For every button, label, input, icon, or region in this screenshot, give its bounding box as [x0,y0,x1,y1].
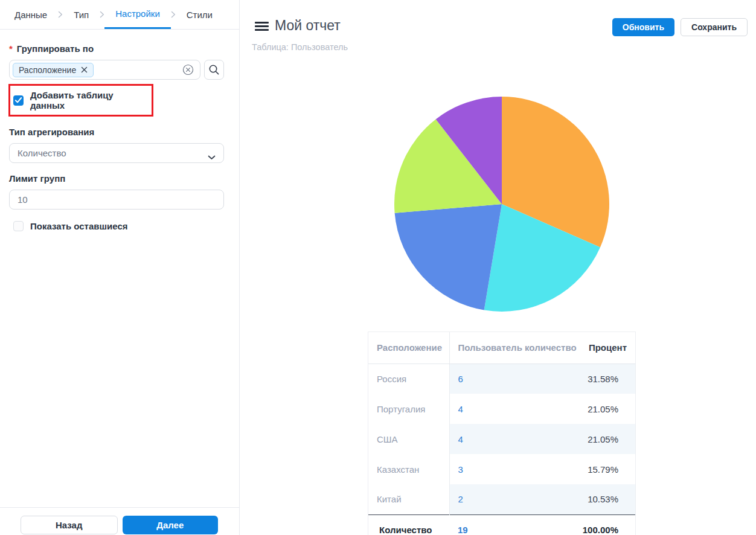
breadcrumb-item-1[interactable]: Данные [4,0,58,29]
report-subtitle: Таблица: Пользователь [252,42,348,52]
chip-remove-icon[interactable] [81,66,88,73]
group-by-field-row: Расположение [9,60,224,80]
add-data-table-checkbox[interactable] [13,95,24,106]
percent-cell: 10.53% [581,484,635,514]
location-cell: Португалия [368,394,449,424]
table-row: Россия631.58% [368,364,635,394]
table-row: Казахстан315.79% [368,454,635,484]
chip-label: Расположение [19,65,76,75]
menu-icon[interactable] [255,22,269,31]
pie-slice-3[interactable] [395,204,502,310]
column-header-count: Пользователь количество [449,332,581,364]
aggregation-label: Тип агрегирования [9,127,224,137]
total-count[interactable]: 19 [449,514,581,535]
count-link[interactable]: 3 [449,454,581,484]
total-percent: 100.00% [581,514,635,535]
aggregation-select[interactable]: Количество [9,143,224,163]
settings-form: *Группировать по Расположение [0,30,239,507]
table-row: Португалия421.05% [368,394,635,424]
show-remaining-row[interactable]: Показать оставшиеся [13,221,224,231]
count-link[interactable]: 6 [449,364,581,394]
report-actions: Обновить Сохранить [612,18,748,36]
location-cell: Казахстан [368,454,449,484]
location-cell: Китай [368,484,449,514]
show-remaining-label: Показать оставшиеся [30,221,128,231]
group-limit-label: Лимит групп [9,173,224,184]
breadcrumb-item-2[interactable]: Тип [63,0,100,29]
percent-cell: 21.05% [581,424,635,454]
highlight-rectangle: Добавить таблицу данных [8,84,153,117]
data-table: РасположениеПользователь количествоПроце… [368,332,635,535]
search-fields-button[interactable] [204,60,224,80]
breadcrumb-chevron-icon [58,0,63,29]
table-total-row: Количество19100.00% [368,514,635,535]
count-link[interactable]: 2 [449,484,581,514]
checkmark-icon [14,97,22,104]
breadcrumb-chevron-icon [171,0,176,29]
refresh-button[interactable]: Обновить [612,18,674,36]
save-button[interactable]: Сохранить [681,18,748,36]
required-asterisk: * [9,43,13,54]
add-data-table-label: Добавить таблицу данных [30,90,148,111]
selected-field-chip[interactable]: Расположение [13,63,94,77]
group-limit-value: 10 [18,194,28,205]
location-cell: США [368,424,449,454]
breadcrumb: ДанныеТипНастройкиСтили [0,0,239,30]
add-data-table-row[interactable]: Добавить таблицу данных [13,90,148,111]
pie-chart [394,97,609,312]
breadcrumb-item-3[interactable]: Настройки [104,0,171,29]
percent-cell: 31.58% [581,364,635,394]
report-title: Мой отчет [275,18,341,34]
app-window: ДанныеТипНастройкиСтили *Группировать по… [0,0,756,535]
report-area: Мой отчет Таблица: Пользователь Обновить… [240,0,756,535]
location-cell: Россия [368,364,449,394]
wizard-footer: Назад Далее [0,507,239,535]
aggregation-value: Количество [18,148,66,158]
next-button[interactable]: Далее [123,516,219,534]
group-by-label-text: Группировать по [17,43,94,54]
data-table-container: РасположениеПользователь количествоПроце… [368,332,636,535]
column-header-percent: Процент [581,332,635,364]
chevron-down-icon [208,152,216,162]
count-link[interactable]: 4 [449,424,581,454]
breadcrumb-item-4[interactable]: Стили [176,0,223,29]
show-remaining-checkbox[interactable] [13,221,24,231]
group-by-input[interactable]: Расположение [9,60,200,80]
back-button[interactable]: Назад [21,516,118,534]
count-link[interactable]: 4 [449,394,581,424]
table-row: США421.05% [368,424,635,454]
breadcrumb-chevron-icon [100,0,104,29]
group-by-label: *Группировать по [9,43,224,54]
table-row: Китай210.53% [368,484,635,514]
clear-selection-icon[interactable] [182,64,194,75]
column-header-location: Расположение [368,332,449,364]
search-icon [208,64,220,75]
settings-sidebar: ДанныеТипНастройкиСтили *Группировать по… [0,0,240,535]
total-label: Количество [368,514,449,535]
percent-cell: 21.05% [581,394,635,424]
percent-cell: 15.79% [581,454,635,484]
group-limit-input[interactable]: 10 [9,190,224,210]
